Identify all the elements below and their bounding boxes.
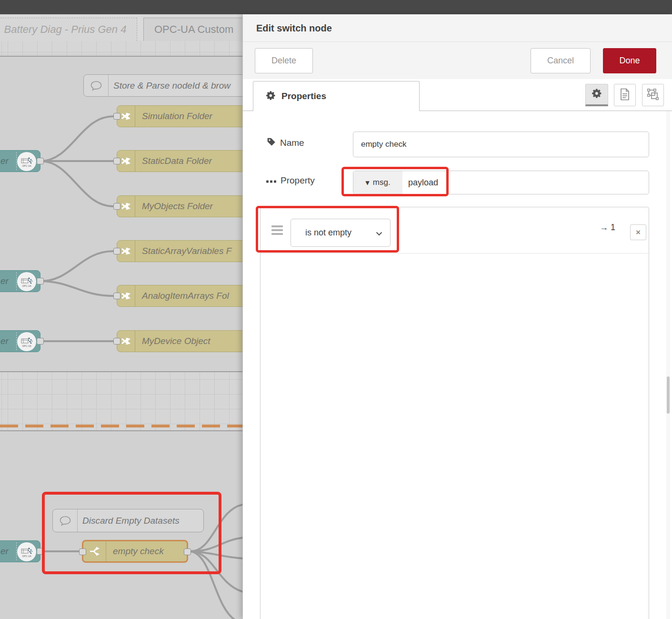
close-icon: × <box>636 228 641 237</box>
comment-label: Store & Parse nodeId & brow <box>109 81 231 91</box>
input-port[interactable] <box>113 203 120 210</box>
switch-node-myobjects-folder[interactable]: MyObjects Folder <box>117 195 242 217</box>
ellipsis-icon <box>266 175 277 186</box>
cancel-button[interactable]: Cancel <box>531 48 591 73</box>
output-port[interactable] <box>37 338 44 345</box>
tray-tabs-row: Properties <box>243 79 672 111</box>
workspace-tab-label: OPC-UA Custom <box>154 23 233 36</box>
gear-icon <box>266 91 276 102</box>
opcua-browser-node[interactable]: er OPC UA <box>0 270 40 292</box>
opcua-logo-icon: OPC UA <box>17 152 36 171</box>
opcua-logo-icon: OPC UA <box>17 272 36 291</box>
opcua-browser-node[interactable]: er OPC UA <box>0 330 40 352</box>
node-label: er <box>0 546 9 557</box>
node-label: MyObjects Folder <box>135 201 213 212</box>
tray-toolbar: Delete Cancel Done <box>243 42 672 79</box>
node-icon-separator <box>16 332 17 350</box>
tray-body: Name empty check Property ▾ msg. payload <box>243 111 672 619</box>
rule-output-indicator: → 1 <box>600 223 615 233</box>
svg-text:OPC UA: OPC UA <box>22 284 31 287</box>
switch-node-mydevice-object[interactable]: MyDevice Object <box>117 330 242 352</box>
scrollbar-thumb[interactable] <box>667 376 670 414</box>
appearance-icon-button[interactable] <box>642 84 664 106</box>
tray-header: Edit switch node <box>243 14 672 42</box>
tab-properties[interactable]: Properties <box>253 81 420 111</box>
node-label: AnalogItemArrays Fol <box>135 291 229 301</box>
panel-scrollbar[interactable] <box>666 111 670 619</box>
output-port[interactable] <box>37 158 44 164</box>
svg-text:OPC UA: OPC UA <box>22 164 31 167</box>
description-icon-button[interactable] <box>614 84 636 106</box>
node-label: Simulation Folder <box>135 111 212 122</box>
edit-tray: Edit switch node Delete Cancel Done Prop… <box>242 14 672 619</box>
workspace-tab-battery-diag[interactable]: Battery Diag - Prius Gen 4 <box>0 18 137 41</box>
tray-title: Edit switch node <box>256 14 332 42</box>
opcua-browser-node[interactable]: er OPC UA <box>0 150 40 172</box>
app-header-bar <box>0 0 672 14</box>
comment-bubble-icon <box>84 75 109 96</box>
name-input-value: empty check <box>361 140 406 149</box>
arrow-right-icon: → <box>600 223 608 232</box>
rules-container: is not empty → 1 × <box>260 207 649 619</box>
svg-text:OPC UA: OPC UA <box>22 345 31 347</box>
property-label-text: Property <box>281 175 315 186</box>
input-port[interactable] <box>113 293 120 299</box>
gear-icon <box>592 88 602 101</box>
switch-node-staticarrayvariables[interactable]: StaticArrayVariables F <box>117 240 242 262</box>
annotation-box-empty-check <box>42 492 221 574</box>
properties-icon-button[interactable] <box>585 84 608 106</box>
switch-node-staticdata-folder[interactable]: StaticData Folder <box>117 150 242 172</box>
opcua-browser-node[interactable]: er OPC UA <box>0 540 40 562</box>
node-label: er <box>0 156 9 166</box>
tag-icon <box>266 137 276 149</box>
done-button[interactable]: Done <box>603 48 656 73</box>
node-icon-separator <box>16 152 17 170</box>
annotation-box-rule <box>256 206 399 253</box>
property-field-label: Property <box>266 175 315 186</box>
annotation-box-property <box>341 167 449 196</box>
input-port[interactable] <box>113 248 120 254</box>
workspace-tabbar: Battery Diag - Prius Gen 4 OPC-UA Custom <box>0 14 242 41</box>
workspace-tab-label: Battery Diag - Prius Gen 4 <box>4 23 127 36</box>
selected-group-dashed-border <box>0 425 242 427</box>
delete-button[interactable]: Delete <box>255 48 313 73</box>
input-port[interactable] <box>113 113 120 120</box>
node-red-editor: Battery Diag - Prius Gen 4 OPC-UA Custom <box>0 0 672 619</box>
node-label: er <box>0 276 9 286</box>
flow-canvas[interactable]: Battery Diag - Prius Gen 4 OPC-UA Custom <box>0 14 242 619</box>
node-label: er <box>0 336 9 346</box>
comment-node-store-parse[interactable]: Store & Parse nodeId & brow <box>83 74 242 97</box>
remove-rule-button[interactable]: × <box>630 224 646 240</box>
opcua-logo-icon: OPC UA <box>17 332 36 351</box>
name-label-text: Name <box>280 138 304 148</box>
workspace-tab-opcua-custom[interactable]: OPC-UA Custom <box>143 18 242 41</box>
switch-node-simulation-folder[interactable]: Simulation Folder <box>117 105 242 127</box>
node-label: MyDevice Object <box>135 336 211 346</box>
node-icon-separator <box>16 542 17 560</box>
svg-text:OPC UA: OPC UA <box>22 555 31 558</box>
document-icon <box>620 88 630 102</box>
input-port[interactable] <box>113 338 120 345</box>
name-field-label: Name <box>266 137 304 149</box>
node-label: StaticData Folder <box>135 156 212 166</box>
tab-properties-label: Properties <box>281 91 326 101</box>
input-port[interactable] <box>113 158 120 164</box>
group-appearance-icon <box>647 88 659 102</box>
name-input[interactable]: empty check <box>353 132 649 157</box>
node-label: StaticArrayVariables F <box>135 246 231 256</box>
opcua-logo-icon: OPC UA <box>17 542 36 561</box>
rule-output-index: 1 <box>611 223 615 232</box>
output-port[interactable] <box>37 278 44 284</box>
node-icon-separator <box>16 272 17 290</box>
switch-node-analogitemarrays[interactable]: AnalogItemArrays Fol <box>117 285 242 307</box>
